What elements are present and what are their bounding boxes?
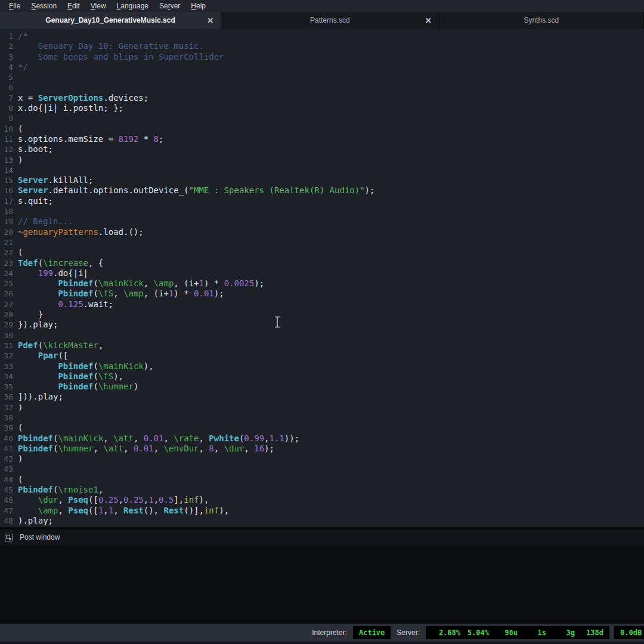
line-number: 20 [0, 227, 13, 237]
line-number: 32 [0, 351, 13, 361]
code-text: ) [13, 402, 23, 413]
line-number: 19 [0, 216, 13, 227]
status-bar: Interpreter: Active Server: 2.68%5.04%98… [0, 624, 644, 642]
code-line: 28 } [0, 309, 644, 320]
code-text: Genuary Day 10: Generative music. [13, 41, 204, 51]
code-text: }).play; [13, 320, 58, 330]
code-text: Some beeps and blips in SuperCollider [13, 52, 224, 62]
code-line: 7x = ServerOptions.devices; [0, 93, 644, 103]
code-text: Pbindef(\mainKick, \att, 0.01, \rate, Pw… [13, 434, 299, 444]
line-number: 17 [0, 196, 13, 206]
tab-patterns-scd[interactable]: Patterns.scd✕ [221, 12, 439, 29]
code-text: Pbindef(\hummer, \att, 0.01, \envDur, 8,… [13, 444, 274, 454]
menu-bar: FileSessionEditViewLanguageServerHelp [0, 0, 644, 12]
tab-genuary-day10-generativemusic-scd[interactable]: Genuary_Day10_GenerativeMusic.scd✕ [0, 12, 221, 29]
tab-synths-scd[interactable]: Synths.scd [439, 12, 644, 29]
code-line: 24 199.do{|i| [0, 268, 644, 278]
line-number: 45 [0, 485, 13, 495]
line-number: 37 [0, 402, 13, 413]
interpreter-status-badge[interactable]: Active [353, 626, 391, 639]
line-number: 11 [0, 134, 13, 144]
menu-file[interactable]: File [4, 1, 26, 11]
server-label: Server: [395, 628, 421, 637]
code-text: */ [13, 62, 28, 72]
server-stat: 2.68% [432, 628, 460, 637]
code-line: 45Pbindef(\rnoise1, [0, 485, 644, 495]
post-window-content[interactable] [0, 545, 644, 624]
code-text [13, 413, 18, 423]
code-line: 42) [0, 454, 644, 464]
post-window-title: Post window [20, 533, 60, 541]
line-number: 48 [0, 516, 13, 526]
dock-float-icon[interactable] [5, 534, 13, 541]
code-line: 38 [0, 413, 644, 423]
code-text: ])).play; [13, 392, 63, 402]
code-text: \amp, Pseq([1,1, Rest(), Rest()],inf), [13, 506, 229, 516]
line-number: 27 [0, 299, 13, 309]
code-text: ( [13, 124, 23, 134]
code-editor[interactable]: 1/*2 Genuary Day 10: Generative music.3 … [0, 29, 644, 528]
code-line: 2 Genuary Day 10: Generative music. [0, 41, 644, 51]
code-line: 4*/ [0, 62, 644, 72]
line-number: 35 [0, 382, 13, 392]
window-bottom-edge [0, 642, 644, 644]
line-number: 40 [0, 434, 13, 444]
code-text: ) [13, 155, 23, 165]
line-number: 9 [0, 113, 13, 123]
code-text: } [13, 309, 43, 320]
line-number: 12 [0, 144, 13, 154]
line-number: 1 [0, 31, 13, 41]
code-line: 37) [0, 402, 644, 413]
menu-view[interactable]: View [85, 1, 112, 11]
menu-language[interactable]: Language [112, 1, 154, 11]
code-line: 36])).play; [0, 392, 644, 402]
tab-bar: Genuary_Day10_GenerativeMusic.scd✕Patter… [0, 12, 644, 29]
code-line: 27 0.125.wait; [0, 299, 644, 309]
code-text: s.boot; [13, 144, 53, 154]
code-line: 17s.quit; [0, 196, 644, 206]
line-number: 23 [0, 258, 13, 268]
code-line: 41Pbindef(\hummer, \att, 0.01, \envDur, … [0, 444, 644, 454]
menu-help[interactable]: Help [185, 1, 211, 11]
line-number: 38 [0, 413, 13, 423]
code-text: ( [13, 475, 23, 485]
code-line: 33 Pbindef(\mainKick), [0, 361, 644, 371]
server-stat: 5.04% [460, 628, 489, 637]
code-line: 15Server.killAll; [0, 175, 644, 185]
line-number: 29 [0, 320, 13, 330]
post-window-header[interactable]: Post window [0, 530, 644, 545]
code-line: 21 [0, 237, 644, 247]
tab-close-icon[interactable]: ✕ [425, 17, 432, 24]
volume-badge[interactable]: 0.0dB [614, 626, 644, 639]
line-number: 14 [0, 165, 13, 175]
tab-label: Synths.scd [524, 16, 559, 24]
code-line: 9 [0, 113, 644, 123]
tab-close-icon[interactable]: ✕ [207, 17, 213, 24]
code-line: 18 [0, 206, 644, 216]
menu-session[interactable]: Session [26, 1, 62, 11]
server-status-badge[interactable]: 2.68%5.04%98u1s3g138d [426, 626, 609, 639]
code-text [13, 165, 18, 175]
code-text: ).play; [13, 516, 53, 526]
line-number: 15 [0, 175, 13, 185]
line-number: 34 [0, 371, 13, 382]
menu-edit[interactable]: Edit [62, 1, 85, 11]
code-line: 26 Pbindef(\fS, \amp, (i+1) * 0.01); [0, 289, 644, 299]
code-line: 10( [0, 124, 644, 134]
line-number: 41 [0, 444, 13, 454]
code-line: 12s.boot; [0, 144, 644, 154]
line-number: 42 [0, 454, 13, 464]
code-line: 8x.do{|i| i.postln; }; [0, 103, 644, 113]
code-line: 5 [0, 72, 644, 82]
code-line: 35 Pbindef(\hummer) [0, 382, 644, 392]
code-text: Tdef(\increase, { [13, 258, 103, 268]
line-number: 18 [0, 206, 13, 216]
line-number: 31 [0, 340, 13, 351]
code-text [13, 72, 18, 82]
menu-server[interactable]: Server [154, 1, 185, 11]
code-line: 19// Begin... [0, 216, 644, 227]
tab-label: Patterns.scd [310, 16, 350, 24]
line-number: 6 [0, 82, 13, 92]
code-text: ) [13, 454, 23, 464]
line-number: 2 [0, 41, 13, 51]
